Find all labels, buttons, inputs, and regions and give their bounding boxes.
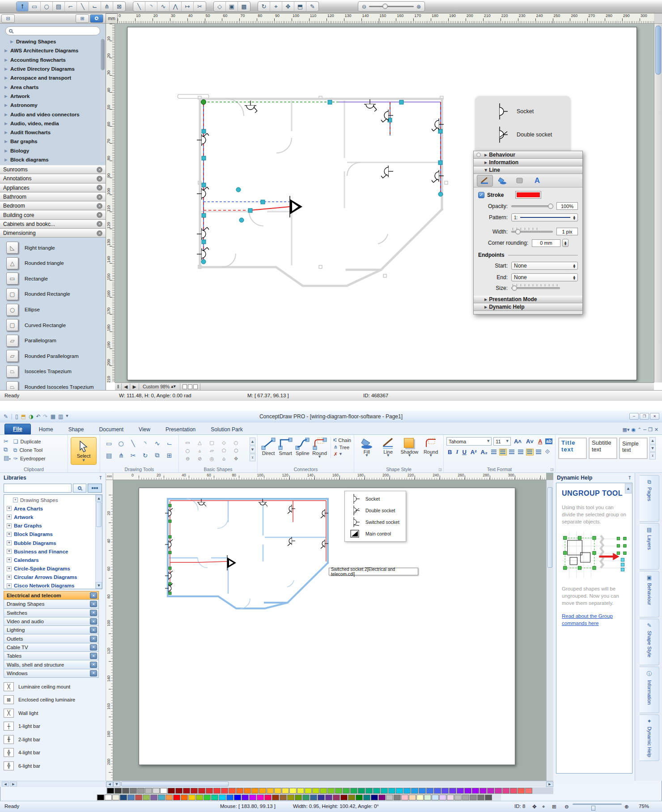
font-color-icon[interactable]: A [537,438,543,445]
mac-tool-button[interactable]: ▭ [29,2,41,11]
title-text-style[interactable]: Title text [558,438,587,459]
library-tree-item[interactable]: ▶ Biology [0,146,106,155]
tree-scrollbar[interactable] [100,38,105,162]
disclosure-arrow-icon[interactable]: ▶ [4,112,8,117]
endpoint-end-dropdown[interactable]: None▲▼ [511,273,578,281]
color-swatch[interactable] [381,788,388,794]
color-swatch[interactable] [287,795,294,800]
text-style-icon[interactable]: A [529,175,545,187]
highlight-icon[interactable]: ab [545,438,552,444]
library-tree-item[interactable]: ▶ Drawing Shapes [0,37,106,46]
color-swatch[interactable] [320,788,327,794]
drawing-tool-icon[interactable]: ∿ [151,437,163,449]
mac-tool-button[interactable]: ✎ [306,2,318,11]
color-swatch[interactable] [264,795,272,800]
shape-list-item[interactable]: ◺ Right triangle [0,240,106,255]
color-swatch[interactable] [502,788,509,794]
color-swatch[interactable] [365,788,373,794]
color-swatch[interactable] [153,788,160,794]
behaviour-section-header[interactable]: ▶Behaviour [474,151,582,159]
library-tree-item[interactable]: ▶ AWS Architecture Diagrams [0,46,106,55]
drawing-tool-icon[interactable]: ⌙ [163,437,175,449]
close-icon[interactable]: ✕ [90,662,97,668]
color-swatch[interactable] [416,795,424,800]
color-swatch[interactable] [219,795,226,800]
delete-connector-button[interactable]: ✗▼ [334,451,351,457]
disclosure-arrow-icon[interactable]: ▶ [4,103,8,107]
disclosure-arrow-icon[interactable]: ▶ [4,67,8,71]
shadow-button[interactable]: Shadow▼ [400,437,420,457]
color-swatch[interactable] [388,788,395,794]
library-search-input[interactable] [4,484,72,493]
color-swatch[interactable] [226,795,233,800]
library-bar[interactable]: Tables ✕ [4,651,99,660]
expand-icon[interactable]: + [7,506,12,511]
line-button[interactable]: Line▼ [378,437,398,457]
color-swatch[interactable] [145,788,152,794]
shape-list-item[interactable]: ▢ Rounded Rectangle [0,286,106,302]
close-icon[interactable]: ✕ [90,601,97,607]
color-swatch[interactable] [127,795,135,800]
shape-list-item[interactable]: ⏢ Rounded Isosceles Trapezium [0,379,106,390]
align-bottom-icon[interactable] [535,449,543,455]
ribbon-tab[interactable]: File [4,424,31,434]
paste-icon[interactable]: ▤▾ [4,455,11,461]
ribbon-tab[interactable]: Solution Park [204,425,250,434]
color-swatch[interactable] [434,788,441,794]
help-icon[interactable]: ◉ [631,427,636,433]
subtitle-text-style[interactable]: Subtitle text [589,438,617,459]
corner-stepper[interactable]: ▲▼ [562,239,569,247]
color-swatch[interactable] [340,795,348,800]
expand-icon[interactable]: + [7,557,12,562]
help-link[interactable]: Read about the Group commands here [562,612,627,627]
color-swatch[interactable] [188,795,195,800]
color-swatch[interactable] [196,795,203,800]
library-tree-item[interactable]: ▶ Audio, video, media [0,119,106,128]
library-tree-item[interactable]: ▶ Artwork [0,92,106,101]
library-tree-item[interactable]: + Bubble Diagrams [4,539,102,547]
shape-preview-icon[interactable]: ▭ [6,272,18,285]
close-icon[interactable]: ✕ [97,203,102,209]
pin-icon[interactable]: ⊺ [628,475,631,481]
close-icon[interactable]: ✕ [97,185,102,191]
fill-button[interactable]: Fill▼ [357,437,377,457]
pan-icon[interactable]: ✥ [532,803,537,810]
color-swatch[interactable] [305,788,312,794]
basic-shape-icon[interactable]: ◇ [218,438,230,446]
bold-icon[interactable]: B [446,449,453,455]
fit-page-icon[interactable]: ⊞ [552,803,556,810]
mac-tool-button[interactable]: ⋀ [170,2,182,11]
next-page-icon[interactable]: ▶ [130,383,139,390]
library-tree-item[interactable]: ▶ Astronomy [0,101,106,110]
disclosure-arrow-icon[interactable]: ▶ [4,121,8,126]
zoom-slider[interactable] [369,6,414,7]
side-tab[interactable]: ✦ Dynamic Help [640,714,659,761]
library-tree-item[interactable]: + Block Diagrams [4,530,102,539]
clone-tool-button[interactable]: ⧉Clone Tool [13,446,46,454]
eyedropper-button[interactable]: ✑Eyedropper [13,454,46,463]
library-bar[interactable]: Windows ✕ [4,669,99,678]
library-bar[interactable]: Lighting ✕ [4,625,99,634]
library-bar[interactable]: Bedroom ✕ [0,201,106,210]
color-swatch[interactable] [312,788,319,794]
tree-view-icon[interactable]: ⊟ [1,14,15,23]
side-tab[interactable]: ⓘ Information [640,667,659,713]
tree-connector-button[interactable]: ⋔Tree [334,444,351,450]
shapes-scroll-up-icon[interactable]: ▲ [250,438,255,445]
color-swatch[interactable] [409,795,416,800]
drawing-tool-icon[interactable]: ⊞ [163,449,175,461]
expand-icon[interactable]: + [7,575,12,580]
zoom-out-icon[interactable]: ⊖ [362,4,366,10]
search-icon[interactable] [90,14,103,23]
library-bar[interactable]: Sunrooms ✕ [0,165,106,174]
color-swatch[interactable] [470,795,477,800]
width-value[interactable]: 1 pix [556,228,578,235]
information-section-header[interactable]: ▶Information [474,159,582,166]
simple-text-style[interactable]: Simple text [619,438,648,459]
ribbon-tab[interactable]: View [132,425,157,434]
color-swatch[interactable] [424,795,431,800]
color-swatch[interactable] [358,788,365,794]
close-icon[interactable]: ✕ [90,610,97,616]
color-swatch[interactable] [242,795,249,800]
color-swatch[interactable] [356,795,363,800]
